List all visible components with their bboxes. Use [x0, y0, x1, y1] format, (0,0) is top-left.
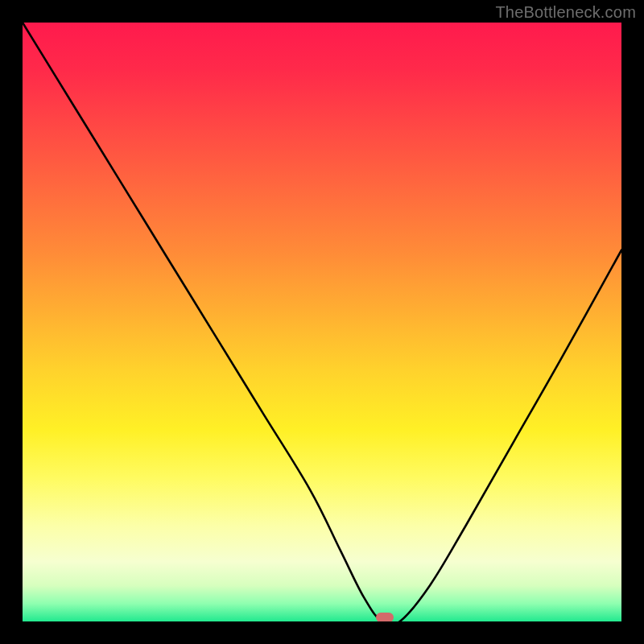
bottleneck-curve	[23, 23, 621, 621]
watermark-label: TheBottleneck.com	[495, 3, 636, 22]
chart-frame: TheBottleneck.com	[0, 0, 644, 644]
optimum-marker	[376, 613, 394, 621]
plot-area	[23, 23, 621, 621]
